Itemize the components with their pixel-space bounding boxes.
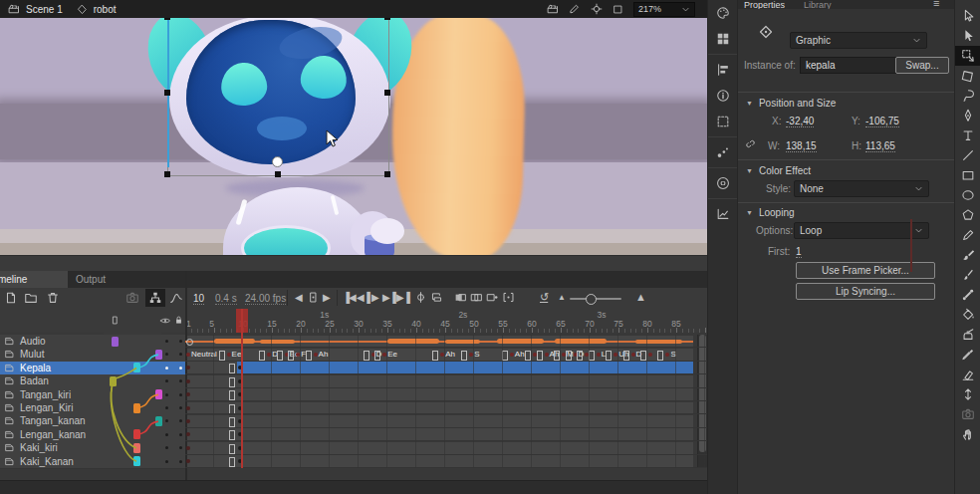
frame-span[interactable]: [185, 415, 693, 427]
pen-tool[interactable]: [955, 106, 980, 125]
mouth-keyframe-dot[interactable]: [382, 353, 386, 357]
keyframe-dot[interactable]: [238, 419, 242, 423]
layer-row-tangan_kiri[interactable]: Tangan_kiri: [0, 388, 185, 402]
hand-tool[interactable]: [955, 424, 980, 444]
mouth-keyframe-dot[interactable]: [285, 353, 289, 357]
width-tool[interactable]: [955, 384, 980, 404]
info-panel-icon[interactable]: [708, 83, 738, 109]
frame-span[interactable]: [185, 455, 693, 467]
swap-button[interactable]: Swap...: [895, 57, 949, 74]
loop-range-icon[interactable]: [430, 291, 443, 304]
pencil-tool[interactable]: [955, 225, 980, 245]
selection-tool[interactable]: [955, 6, 980, 26]
layer-visibility-dot[interactable]: [165, 393, 168, 396]
brush-library-panel-icon[interactable]: [708, 139, 738, 165]
lip-syncing-button[interactable]: Lip Syncing...: [796, 283, 935, 300]
frame-span[interactable]: [185, 336, 693, 348]
frame-span[interactable]: [185, 428, 693, 440]
rig-swatch[interactable]: [155, 350, 162, 360]
layer-lock-dot[interactable]: [179, 460, 182, 463]
mouth-keyframe-dot[interactable]: [227, 353, 231, 357]
layer-visibility-dot[interactable]: [165, 433, 168, 436]
layer-visibility-dot[interactable]: [165, 340, 168, 343]
mouth-keyframe-dot[interactable]: [597, 353, 601, 357]
layer-row-audio[interactable]: Audio: [0, 335, 185, 349]
frame-span[interactable]: [185, 388, 693, 400]
keyframe-dot[interactable]: [238, 366, 242, 370]
paint-bucket-tool[interactable]: [955, 305, 980, 325]
timeline-zoom-knob[interactable]: [586, 294, 597, 305]
timeline-vscroll-thumb[interactable]: [699, 335, 706, 452]
mouth-keyframe-dot[interactable]: [267, 353, 271, 357]
rig-swatch[interactable]: [133, 456, 140, 466]
layer-lock-dot[interactable]: [179, 340, 182, 343]
layer-row-badan[interactable]: Badan: [0, 374, 185, 388]
x-value[interactable]: -32,40: [786, 116, 814, 127]
keyframe-dot[interactable]: [238, 459, 242, 463]
transformation-point[interactable]: [272, 156, 283, 167]
tab-library[interactable]: Library: [804, 0, 832, 9]
brush-tool[interactable]: [955, 245, 980, 265]
frame-span[interactable]: [185, 442, 693, 454]
h-value[interactable]: 113,65: [865, 140, 895, 152]
line-tool[interactable]: [955, 145, 980, 165]
mouth-keyframe-dot[interactable]: [648, 353, 652, 357]
layer-visibility-dot[interactable]: [165, 379, 168, 382]
playhead-line[interactable]: [241, 309, 243, 468]
mouth-keyframe-dot[interactable]: [296, 353, 300, 357]
layer-row-kaki_kanan[interactable]: Kaki_Kanan: [0, 455, 185, 469]
keyframe-dot[interactable]: [238, 446, 242, 450]
layer-lock-dot[interactable]: [179, 379, 182, 382]
color-effect-section-header[interactable]: ▼ Color Effect: [746, 165, 811, 176]
mouth-keyframe-dot[interactable]: [510, 353, 514, 357]
timeline-ruler[interactable]: 1s2s3s1510152025303540455055606570758085: [185, 309, 707, 333]
mouth-keyframe-dot[interactable]: [613, 353, 617, 357]
layer-visibility-dot[interactable]: [165, 367, 168, 370]
frame-span[interactable]: [185, 349, 693, 361]
layer-lock-dot[interactable]: [179, 419, 182, 422]
mouth-keyframe-dot[interactable]: [562, 353, 566, 357]
layer-visibility-dot[interactable]: [165, 460, 168, 463]
rig-swatch[interactable]: [110, 376, 117, 386]
selection-handle-bottom-center[interactable]: [275, 171, 281, 177]
layer-lock-dot[interactable]: [179, 367, 182, 370]
mouth-keyframe-dot[interactable]: [665, 353, 669, 357]
next-frame-icon[interactable]: ▶: [323, 292, 330, 303]
polystar-tool[interactable]: [955, 205, 980, 225]
y-value[interactable]: -106,75: [865, 116, 899, 127]
keyframe-dot[interactable]: [238, 406, 242, 410]
mouth-keyframe-dot[interactable]: [440, 353, 444, 357]
ink-bottle-tool[interactable]: [955, 325, 980, 345]
go-first-frame-icon[interactable]: ▐◀: [343, 292, 356, 303]
instance-name-input[interactable]: kepala: [800, 57, 899, 74]
fluid-brush-tool[interactable]: [955, 265, 980, 285]
symbol-type-select[interactable]: Graphic: [790, 32, 927, 49]
layer-row-lengan_kiri[interactable]: Lengan_Kiri: [0, 401, 185, 415]
eyedropper-tool[interactable]: [955, 345, 980, 365]
loop-options-select[interactable]: Loop: [794, 222, 929, 239]
color-panel-icon[interactable]: [708, 0, 738, 26]
position-size-section-header[interactable]: ▼ Position and Size: [746, 98, 836, 109]
panel-menu-icon[interactable]: ≡: [933, 0, 939, 9]
gradient-transform-tool[interactable]: [955, 66, 980, 86]
transform-panel-icon[interactable]: [708, 109, 738, 134]
text-tool[interactable]: [955, 125, 980, 145]
center-frame-icon[interactable]: [414, 291, 427, 304]
selection-handle-mid-left[interactable]: [164, 90, 170, 96]
clip-content-icon[interactable]: [612, 4, 623, 15]
go-last-frame-icon[interactable]: ▶▐: [396, 292, 409, 303]
modify-markers-icon[interactable]: [502, 291, 515, 304]
keyframe-dot[interactable]: [238, 432, 242, 436]
rig-swatch[interactable]: [112, 337, 119, 347]
layer-lock-dot[interactable]: [179, 433, 182, 436]
symbol-breadcrumb[interactable]: robot: [94, 4, 117, 15]
first-frame-value[interactable]: 1: [796, 246, 802, 258]
frame-span[interactable]: [185, 362, 693, 373]
swatches-panel-icon[interactable]: [708, 26, 738, 52]
align-panel-icon[interactable]: [708, 57, 738, 83]
prev-frame-icon[interactable]: ◀: [295, 292, 302, 303]
frame-span[interactable]: [185, 402, 693, 414]
subselection-tool[interactable]: [955, 26, 980, 46]
selected-frame-span[interactable]: [237, 362, 693, 373]
mouth-keyframe-dot[interactable]: [533, 353, 537, 357]
